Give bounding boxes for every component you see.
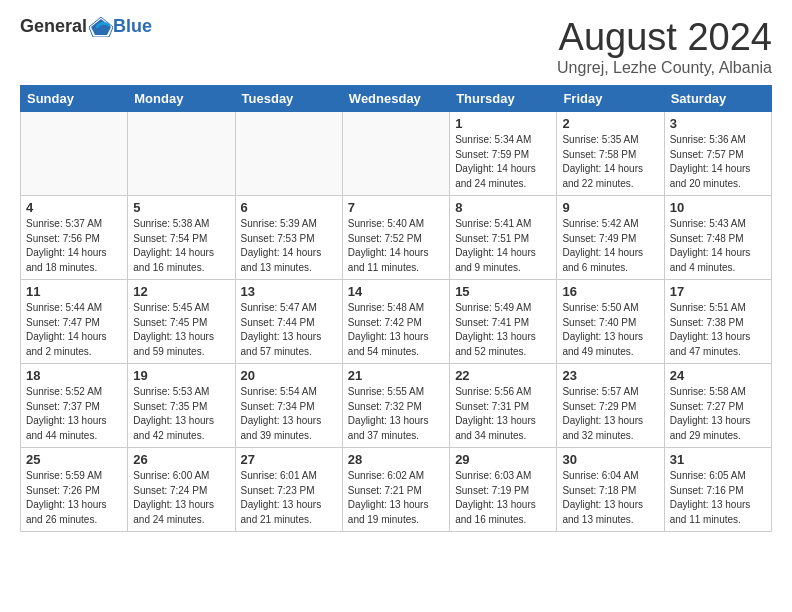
calendar-cell: 12Sunrise: 5:45 AMSunset: 7:45 PMDayligh… bbox=[128, 280, 235, 364]
calendar-cell: 9Sunrise: 5:42 AMSunset: 7:49 PMDaylight… bbox=[557, 196, 664, 280]
day-info: Sunrise: 5:35 AMSunset: 7:58 PMDaylight:… bbox=[562, 133, 658, 191]
day-info: Sunrise: 6:04 AMSunset: 7:18 PMDaylight:… bbox=[562, 469, 658, 527]
day-number: 24 bbox=[670, 368, 766, 383]
day-number: 12 bbox=[133, 284, 229, 299]
day-number: 26 bbox=[133, 452, 229, 467]
day-info: Sunrise: 6:01 AMSunset: 7:23 PMDaylight:… bbox=[241, 469, 337, 527]
day-info: Sunrise: 5:44 AMSunset: 7:47 PMDaylight:… bbox=[26, 301, 122, 359]
day-info: Sunrise: 6:02 AMSunset: 7:21 PMDaylight:… bbox=[348, 469, 444, 527]
calendar-week-0: 1Sunrise: 5:34 AMSunset: 7:59 PMDaylight… bbox=[21, 112, 772, 196]
logo: General Blue bbox=[20, 16, 152, 37]
calendar-cell bbox=[235, 112, 342, 196]
calendar-cell: 26Sunrise: 6:00 AMSunset: 7:24 PMDayligh… bbox=[128, 448, 235, 532]
day-number: 27 bbox=[241, 452, 337, 467]
day-number: 13 bbox=[241, 284, 337, 299]
calendar-cell: 23Sunrise: 5:57 AMSunset: 7:29 PMDayligh… bbox=[557, 364, 664, 448]
day-number: 18 bbox=[26, 368, 122, 383]
calendar-cell: 19Sunrise: 5:53 AMSunset: 7:35 PMDayligh… bbox=[128, 364, 235, 448]
day-number: 15 bbox=[455, 284, 551, 299]
calendar-cell: 2Sunrise: 5:35 AMSunset: 7:58 PMDaylight… bbox=[557, 112, 664, 196]
calendar-week-3: 18Sunrise: 5:52 AMSunset: 7:37 PMDayligh… bbox=[21, 364, 772, 448]
calendar-cell: 27Sunrise: 6:01 AMSunset: 7:23 PMDayligh… bbox=[235, 448, 342, 532]
logo-general-text: General bbox=[20, 16, 87, 37]
day-number: 7 bbox=[348, 200, 444, 215]
calendar-cell bbox=[342, 112, 449, 196]
calendar-cell: 24Sunrise: 5:58 AMSunset: 7:27 PMDayligh… bbox=[664, 364, 771, 448]
day-number: 20 bbox=[241, 368, 337, 383]
day-number: 1 bbox=[455, 116, 551, 131]
day-info: Sunrise: 6:03 AMSunset: 7:19 PMDaylight:… bbox=[455, 469, 551, 527]
title-area: August 2024 Ungrej, Lezhe County, Albani… bbox=[557, 16, 772, 77]
day-info: Sunrise: 5:39 AMSunset: 7:53 PMDaylight:… bbox=[241, 217, 337, 275]
day-info: Sunrise: 5:36 AMSunset: 7:57 PMDaylight:… bbox=[670, 133, 766, 191]
calendar-cell: 31Sunrise: 6:05 AMSunset: 7:16 PMDayligh… bbox=[664, 448, 771, 532]
day-number: 21 bbox=[348, 368, 444, 383]
day-number: 6 bbox=[241, 200, 337, 215]
day-number: 9 bbox=[562, 200, 658, 215]
day-info: Sunrise: 5:56 AMSunset: 7:31 PMDaylight:… bbox=[455, 385, 551, 443]
calendar-cell: 3Sunrise: 5:36 AMSunset: 7:57 PMDaylight… bbox=[664, 112, 771, 196]
day-info: Sunrise: 5:45 AMSunset: 7:45 PMDaylight:… bbox=[133, 301, 229, 359]
day-number: 31 bbox=[670, 452, 766, 467]
day-info: Sunrise: 5:53 AMSunset: 7:35 PMDaylight:… bbox=[133, 385, 229, 443]
day-number: 28 bbox=[348, 452, 444, 467]
day-number: 4 bbox=[26, 200, 122, 215]
day-number: 14 bbox=[348, 284, 444, 299]
day-info: Sunrise: 5:51 AMSunset: 7:38 PMDaylight:… bbox=[670, 301, 766, 359]
day-info: Sunrise: 5:43 AMSunset: 7:48 PMDaylight:… bbox=[670, 217, 766, 275]
col-saturday: Saturday bbox=[664, 86, 771, 112]
calendar-cell: 13Sunrise: 5:47 AMSunset: 7:44 PMDayligh… bbox=[235, 280, 342, 364]
day-info: Sunrise: 5:48 AMSunset: 7:42 PMDaylight:… bbox=[348, 301, 444, 359]
calendar-cell: 1Sunrise: 5:34 AMSunset: 7:59 PMDaylight… bbox=[450, 112, 557, 196]
day-info: Sunrise: 5:55 AMSunset: 7:32 PMDaylight:… bbox=[348, 385, 444, 443]
col-monday: Monday bbox=[128, 86, 235, 112]
day-number: 22 bbox=[455, 368, 551, 383]
day-info: Sunrise: 5:59 AMSunset: 7:26 PMDaylight:… bbox=[26, 469, 122, 527]
col-wednesday: Wednesday bbox=[342, 86, 449, 112]
calendar-cell: 4Sunrise: 5:37 AMSunset: 7:56 PMDaylight… bbox=[21, 196, 128, 280]
logo-icon bbox=[89, 17, 113, 37]
day-number: 3 bbox=[670, 116, 766, 131]
svg-marker-0 bbox=[91, 19, 111, 35]
day-number: 19 bbox=[133, 368, 229, 383]
day-number: 10 bbox=[670, 200, 766, 215]
day-number: 8 bbox=[455, 200, 551, 215]
logo-blue-text: Blue bbox=[113, 16, 152, 37]
calendar-body: 1Sunrise: 5:34 AMSunset: 7:59 PMDaylight… bbox=[21, 112, 772, 532]
calendar-week-1: 4Sunrise: 5:37 AMSunset: 7:56 PMDaylight… bbox=[21, 196, 772, 280]
calendar-cell: 14Sunrise: 5:48 AMSunset: 7:42 PMDayligh… bbox=[342, 280, 449, 364]
calendar-cell: 29Sunrise: 6:03 AMSunset: 7:19 PMDayligh… bbox=[450, 448, 557, 532]
day-info: Sunrise: 5:49 AMSunset: 7:41 PMDaylight:… bbox=[455, 301, 551, 359]
month-title: August 2024 bbox=[557, 16, 772, 59]
day-number: 17 bbox=[670, 284, 766, 299]
day-info: Sunrise: 5:34 AMSunset: 7:59 PMDaylight:… bbox=[455, 133, 551, 191]
day-info: Sunrise: 5:42 AMSunset: 7:49 PMDaylight:… bbox=[562, 217, 658, 275]
day-number: 16 bbox=[562, 284, 658, 299]
day-info: Sunrise: 5:40 AMSunset: 7:52 PMDaylight:… bbox=[348, 217, 444, 275]
col-friday: Friday bbox=[557, 86, 664, 112]
page-header: General Blue August 2024 Ungrej, Lezhe C… bbox=[20, 16, 772, 77]
day-info: Sunrise: 6:05 AMSunset: 7:16 PMDaylight:… bbox=[670, 469, 766, 527]
calendar-cell: 7Sunrise: 5:40 AMSunset: 7:52 PMDaylight… bbox=[342, 196, 449, 280]
calendar-cell: 16Sunrise: 5:50 AMSunset: 7:40 PMDayligh… bbox=[557, 280, 664, 364]
calendar-week-2: 11Sunrise: 5:44 AMSunset: 7:47 PMDayligh… bbox=[21, 280, 772, 364]
calendar-cell: 28Sunrise: 6:02 AMSunset: 7:21 PMDayligh… bbox=[342, 448, 449, 532]
day-info: Sunrise: 5:52 AMSunset: 7:37 PMDaylight:… bbox=[26, 385, 122, 443]
day-info: Sunrise: 5:57 AMSunset: 7:29 PMDaylight:… bbox=[562, 385, 658, 443]
location-subtitle: Ungrej, Lezhe County, Albania bbox=[557, 59, 772, 77]
calendar-cell: 5Sunrise: 5:38 AMSunset: 7:54 PMDaylight… bbox=[128, 196, 235, 280]
calendar-cell: 10Sunrise: 5:43 AMSunset: 7:48 PMDayligh… bbox=[664, 196, 771, 280]
day-number: 29 bbox=[455, 452, 551, 467]
calendar-cell: 30Sunrise: 6:04 AMSunset: 7:18 PMDayligh… bbox=[557, 448, 664, 532]
day-number: 2 bbox=[562, 116, 658, 131]
calendar-cell bbox=[21, 112, 128, 196]
calendar-header-row: Sunday Monday Tuesday Wednesday Thursday… bbox=[21, 86, 772, 112]
day-info: Sunrise: 5:54 AMSunset: 7:34 PMDaylight:… bbox=[241, 385, 337, 443]
day-info: Sunrise: 5:58 AMSunset: 7:27 PMDaylight:… bbox=[670, 385, 766, 443]
calendar-cell: 8Sunrise: 5:41 AMSunset: 7:51 PMDaylight… bbox=[450, 196, 557, 280]
day-number: 23 bbox=[562, 368, 658, 383]
col-sunday: Sunday bbox=[21, 86, 128, 112]
col-tuesday: Tuesday bbox=[235, 86, 342, 112]
day-info: Sunrise: 5:50 AMSunset: 7:40 PMDaylight:… bbox=[562, 301, 658, 359]
calendar-cell bbox=[128, 112, 235, 196]
